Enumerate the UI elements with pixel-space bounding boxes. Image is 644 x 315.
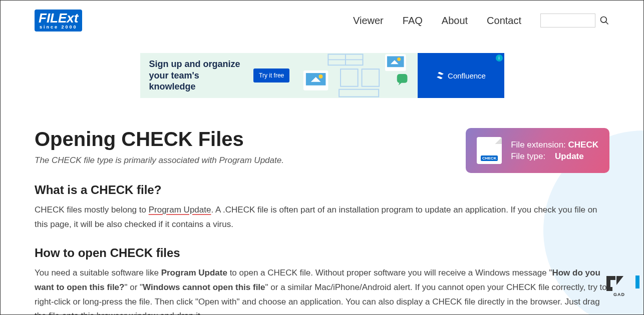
nav-viewer[interactable]: Viewer <box>353 15 384 26</box>
ad-info-icon[interactable]: i <box>496 54 503 62</box>
ad-brand-name: Confluence <box>448 72 486 80</box>
svg-rect-11 <box>339 90 379 97</box>
watermark-text: GAD <box>613 292 625 297</box>
svg-marker-16 <box>616 276 623 285</box>
confluence-icon <box>436 71 445 80</box>
ad-banner[interactable]: Sign up and organize your team's knowled… <box>140 53 504 98</box>
svg-rect-10 <box>362 69 380 86</box>
file-info-card: CHECK File extension: CHECK File type: U… <box>466 128 609 173</box>
file-info-text: File extension: CHECK File type: Update <box>511 138 598 163</box>
svg-line-1 <box>606 22 608 24</box>
content: Sign up and organize your team's knowled… <box>1 53 643 315</box>
page-subtitle: The CHECK file type is primarily associa… <box>35 156 284 166</box>
ad-left: Sign up and organize your team's knowled… <box>140 53 299 98</box>
section2-body: You need a suitable software like Progra… <box>35 266 609 315</box>
nav-faq[interactable]: FAQ <box>403 15 423 26</box>
ad-headline: Sign up and organize your team's knowled… <box>149 58 247 92</box>
nav-contact[interactable]: Contact <box>487 15 521 26</box>
svg-point-5 <box>319 74 323 78</box>
watermark-accent <box>635 276 639 288</box>
logo-subtitle: since 2000 <box>39 24 78 30</box>
file-icon: CHECK <box>477 137 502 164</box>
watermark: GAD <box>605 272 639 292</box>
type-label: File type: <box>511 152 545 161</box>
main-nav: Viewer FAQ About Contact <box>353 14 609 28</box>
nav-about[interactable]: About <box>442 15 468 26</box>
svg-point-15 <box>397 58 401 61</box>
ad-brand: Confluence <box>418 53 504 98</box>
section1-title: What is a CHECK file? <box>35 183 609 197</box>
file-icon-label: CHECK <box>481 156 498 161</box>
logo-text: FILExt <box>39 12 78 24</box>
logo[interactable]: FILExt since 2000 <box>35 10 82 32</box>
section1-body: CHECK files mostly belong to Program Upd… <box>35 203 609 232</box>
svg-point-0 <box>601 17 607 23</box>
ext-label: File extension: <box>511 140 568 150</box>
program-update-link[interactable]: Program Update <box>149 205 211 214</box>
watermark-logo: GAD <box>605 272 633 292</box>
header: FILExt since 2000 Viewer FAQ About Conta… <box>1 0 643 40</box>
search-box <box>540 14 609 28</box>
ad-cta-button[interactable]: Try it free <box>253 68 289 82</box>
ext-value: CHECK <box>568 140 598 150</box>
page-title: Opening CHECK Files <box>35 128 284 150</box>
ad-illustration <box>298 53 417 98</box>
type-value: Update <box>555 152 584 161</box>
search-input[interactable] <box>540 14 595 28</box>
search-icon[interactable] <box>599 16 609 26</box>
svg-rect-9 <box>341 69 358 86</box>
section2-title: How to open CHECK files <box>35 246 609 260</box>
